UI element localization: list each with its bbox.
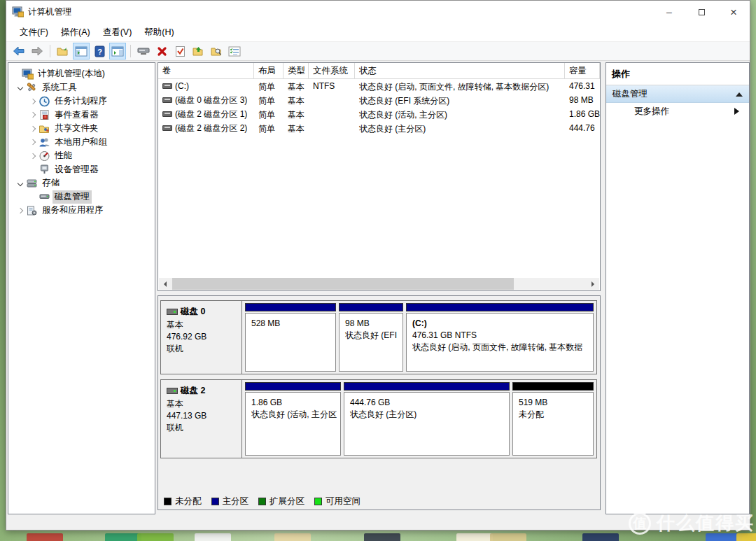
tree-item-storage[interactable]: 存储: [8, 176, 155, 190]
disk-row-2: 磁盘 2 基本 447.13 GB 联机 1.86 GB状态良好 (活动, 主分…: [160, 379, 597, 458]
partition[interactable]: 1.86 GB状态良好 (活动, 主分区: [245, 382, 341, 456]
tree-item-services-applications[interactable]: 服务和应用程序: [8, 204, 155, 218]
svg-text:!: !: [45, 115, 46, 119]
volume-row[interactable]: (磁盘 2 磁盘分区 2) 简单 基本 状态良好 (主分区) 444.76: [158, 121, 600, 135]
performance-icon: [38, 150, 50, 162]
status-bar: [8, 514, 748, 528]
disk-management-icon: [38, 191, 50, 202]
shared-folders-icon: [38, 123, 50, 134]
details-view-button[interactable]: [226, 43, 243, 59]
help-button[interactable]: ?: [91, 43, 108, 59]
minimize-button[interactable]: –: [653, 1, 685, 23]
tree-item-performance[interactable]: 性能: [8, 149, 155, 163]
menu-action[interactable]: 操作(A): [55, 24, 97, 41]
services-icon: [26, 205, 38, 216]
col-volume[interactable]: 卷: [158, 63, 254, 78]
help-icon: ?: [94, 45, 105, 57]
partition[interactable]: 528 MB: [245, 303, 336, 372]
scroll-right-button[interactable]: [587, 278, 599, 290]
chevron-right-icon[interactable]: [28, 97, 38, 106]
app-icon: [12, 6, 24, 17]
col-layout[interactable]: 布局: [254, 63, 284, 78]
chevron-right-icon[interactable]: [28, 137, 38, 147]
export-list-button[interactable]: [55, 43, 71, 59]
show-action-pane-button[interactable]: [109, 43, 126, 59]
scrollbar-thumb[interactable]: [172, 278, 514, 290]
back-button[interactable]: [10, 43, 27, 59]
partition[interactable]: 444.76 GB状态良好 (主分区): [344, 382, 510, 456]
volume-icon: [162, 111, 172, 117]
col-status[interactable]: 状态: [355, 63, 565, 78]
col-type[interactable]: 类型: [284, 63, 309, 78]
computer-management-window: 计算机管理 – × 文件(F) 操作(A) 查看(V) 帮助(H) ?: [6, 0, 750, 531]
legend-swatch: [258, 498, 266, 505]
task-scheduler-icon: [38, 96, 50, 107]
scrollbar-track[interactable]: [171, 278, 587, 290]
folder-export-icon: [57, 46, 69, 57]
partition-type-bar: [245, 303, 336, 311]
menu-file[interactable]: 文件(F): [13, 24, 55, 41]
volume-row[interactable]: (C:) 简单 基本 NTFS 状态良好 (启动, 页面文件, 故障转储, 基本…: [158, 79, 600, 93]
title-bar: 计算机管理 – ×: [6, 1, 750, 23]
disk-2-header[interactable]: 磁盘 2 基本 447.13 GB 联机: [161, 380, 242, 458]
menu-view[interactable]: 查看(V): [97, 24, 139, 41]
folder-search-button[interactable]: [208, 43, 225, 59]
menu-bar: 文件(F) 操作(A) 查看(V) 帮助(H): [6, 23, 750, 41]
partition[interactable]: 98 MB状态良好 (EFI: [339, 303, 403, 372]
tree-item-computer-management[interactable]: 计算机管理(本地): [8, 67, 155, 81]
toolbar: ?: [6, 41, 750, 61]
close-button[interactable]: ×: [718, 1, 750, 23]
tree-item-device-manager[interactable]: 设备管理器: [8, 163, 155, 177]
tree-item-local-users-groups[interactable]: 本地用户和组: [8, 136, 155, 150]
submenu-arrow-icon: [734, 108, 743, 115]
toolbar-separator: [130, 45, 131, 57]
event-viewer-icon: !: [38, 109, 50, 120]
show-console-tree-button[interactable]: [73, 43, 90, 59]
disk-graphical-view: 磁盘 0 基本 476.92 GB 联机 528 MB 98 MB状态良好 (E…: [158, 295, 601, 510]
partition-unallocated[interactable]: 519 MB未分配: [512, 382, 594, 456]
console-tree-icon: [75, 46, 88, 57]
rescan-disks-button[interactable]: [135, 43, 152, 59]
legend-swatch: [164, 498, 172, 505]
chevron-right-icon[interactable]: [28, 110, 38, 120]
maximize-icon: [699, 9, 705, 15]
check-page-icon: [175, 45, 186, 57]
volume-table-header: 卷 布局 类型 文件系统 状态 容量: [158, 63, 600, 79]
legend: 未分配 主分区 扩展分区 可用空间: [159, 494, 599, 509]
maximize-button[interactable]: [685, 1, 718, 23]
chevron-down-icon[interactable]: [15, 83, 25, 92]
chevron-right-icon[interactable]: [28, 124, 38, 134]
chevron-right-icon[interactable]: [15, 206, 25, 216]
properties-button[interactable]: [172, 43, 188, 59]
disk-icon: [167, 388, 178, 394]
chevron-down-icon[interactable]: [15, 178, 25, 188]
computer-icon: [22, 69, 34, 80]
more-actions-item[interactable]: 更多操作: [606, 103, 749, 120]
col-capacity[interactable]: 容量: [565, 63, 600, 78]
tree-item-event-viewer[interactable]: ! 事件查看器: [8, 108, 155, 122]
actions-group-disk-management[interactable]: 磁盘管理: [606, 85, 749, 103]
tree-item-shared-folders[interactable]: 共享文件夹: [8, 122, 155, 136]
main-pane: 卷 布局 类型 文件系统 状态 容量 (C:) 简单 基本 NTFS 状态良好 …: [158, 62, 601, 514]
action-pane-icon: [111, 46, 124, 57]
tree-item-system-tools[interactable]: 系统工具: [8, 81, 155, 95]
volume-list: 卷 布局 类型 文件系统 状态 容量 (C:) 简单 基本 NTFS 状态良好 …: [158, 62, 601, 291]
disk-0-header[interactable]: 磁盘 0 基本 476.92 GB 联机: [161, 301, 242, 374]
folder-up-button[interactable]: [190, 43, 206, 59]
forward-button[interactable]: [29, 43, 46, 59]
col-filesystem[interactable]: 文件系统: [309, 63, 355, 78]
partition[interactable]: (C:)476.31 GB NTFS状态良好 (启动, 页面文件, 故障转储, …: [406, 303, 594, 372]
delete-button[interactable]: [153, 43, 170, 59]
tree-item-task-scheduler[interactable]: 任务计划程序: [8, 94, 155, 108]
chevron-right-icon[interactable]: [28, 151, 38, 161]
scroll-left-button[interactable]: [159, 278, 171, 290]
tree-item-disk-management[interactable]: 磁盘管理: [8, 190, 155, 204]
volume-row[interactable]: (磁盘 0 磁盘分区 3) 简单 基本 状态良好 (EFI 系统分区) 98 M…: [158, 93, 600, 107]
horizontal-scrollbar[interactable]: [159, 278, 599, 290]
legend-swatch: [211, 498, 219, 505]
volume-row[interactable]: (磁盘 2 磁盘分区 1) 简单 基本 状态良好 (活动, 主分区) 1.86 …: [158, 107, 600, 121]
volume-icon: [162, 97, 172, 103]
menu-help[interactable]: 帮助(H): [138, 24, 180, 41]
legend-extended-partition: 扩展分区: [258, 496, 304, 507]
collapse-icon[interactable]: [736, 89, 743, 97]
